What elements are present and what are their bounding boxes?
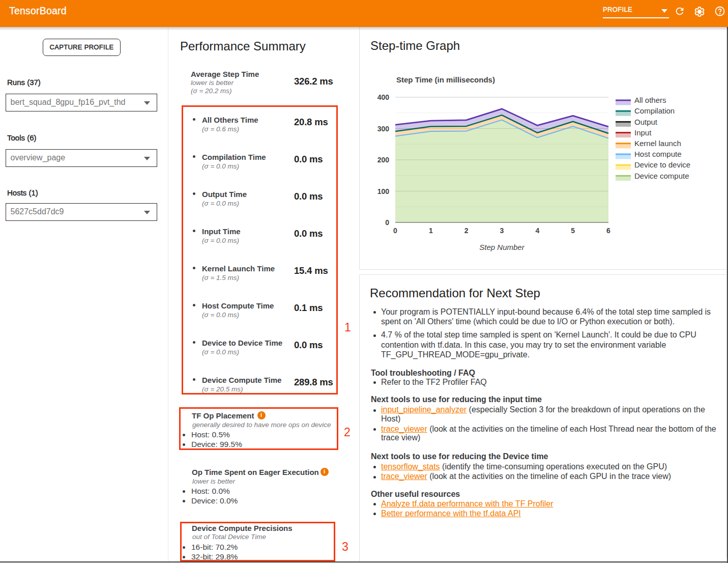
svg-text:4: 4 (535, 227, 539, 235)
svg-text:300: 300 (377, 125, 390, 133)
svg-text:0: 0 (393, 227, 397, 235)
svg-text:Step Time (in milliseconds): Step Time (in milliseconds) (396, 75, 495, 84)
svg-text:200: 200 (377, 156, 390, 164)
svg-text:1: 1 (429, 227, 433, 235)
svg-text:0: 0 (385, 218, 389, 227)
svg-text:6: 6 (606, 227, 610, 235)
svg-text:Step Number: Step Number (479, 243, 525, 251)
svg-text:Device compute: Device compute (634, 172, 689, 180)
svg-text:All others: All others (634, 96, 666, 104)
svg-text:Compilation: Compilation (634, 106, 675, 115)
svg-text:2: 2 (464, 227, 469, 235)
svg-text:400: 400 (377, 93, 390, 101)
svg-text:3: 3 (500, 227, 504, 235)
svg-text:Output: Output (634, 118, 658, 126)
svg-text:Input: Input (634, 128, 652, 137)
svg-text:Device to device: Device to device (634, 160, 690, 169)
svg-text:5: 5 (571, 227, 575, 235)
svg-text:Kernel launch: Kernel launch (634, 139, 681, 148)
svg-text:Host compute: Host compute (634, 150, 682, 158)
svg-text:100: 100 (377, 187, 390, 195)
